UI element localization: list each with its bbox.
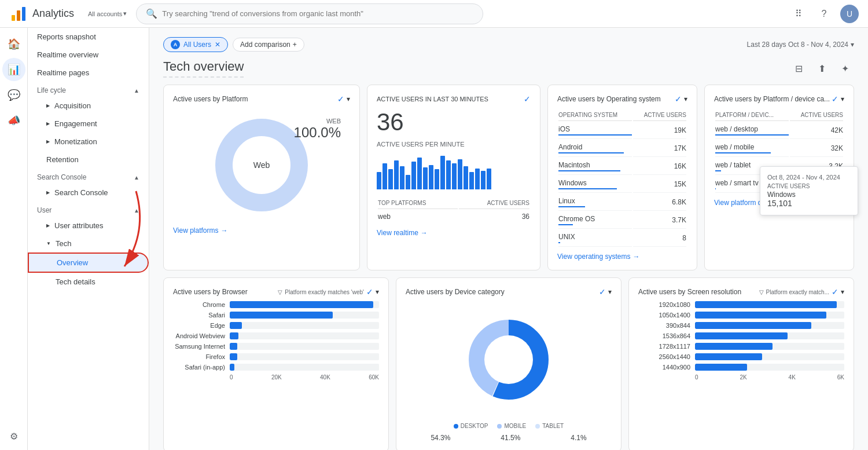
screen-title-text: Active users by Screen resolution (638, 288, 741, 296)
screen-2560-label: 2560x1440 (638, 353, 690, 360)
add-comparison-button[interactable]: Add comparison + (233, 38, 304, 52)
device-cat-dropdown-icon[interactable]: ▾ (608, 288, 612, 296)
mini-bar (423, 167, 428, 189)
sidebar-item-search-console[interactable]: ▶ Search Console (28, 184, 149, 202)
user-section-header[interactable]: User ▲ (28, 202, 149, 217)
os-macintosh-value: 16K (633, 158, 686, 175)
browser-card-title: Active users by Browser ▽ Platform exact… (173, 287, 379, 297)
sidebar-item-acquisition[interactable]: ▶ Acquisition (28, 97, 149, 115)
screen-card-actions: ▽ Platform exactly match... ✓ ▾ (759, 287, 844, 297)
help-icon[interactable]: ? (815, 5, 833, 23)
screen-1920-row: 1920x1080 (638, 301, 844, 308)
mini-bar (406, 175, 410, 189)
web-mobile-value: 32K (790, 140, 843, 157)
col-platform: PLATFORM / DEVIC... (715, 109, 789, 121)
realtime-check-icon: ✓ (524, 94, 531, 104)
browser-android-webview-fill (230, 332, 238, 339)
columns-icon[interactable]: ⊟ (789, 59, 808, 78)
browser-samsung-track (230, 343, 379, 350)
sidebar-item-tech[interactable]: ▼ Tech (28, 235, 149, 253)
sidebar-item-engagement[interactable]: ▶ Engagement (28, 115, 149, 133)
sidebar-item-monetization[interactable]: ▶ Monetization (28, 133, 149, 151)
search-bar[interactable]: 🔍 (136, 3, 483, 24)
screen-1536-row: 1536x864 (638, 332, 844, 339)
device-tooltip: Oct 8, 2024 - Nov 4, 2024 ACTIVE USERS W… (760, 166, 858, 215)
device-title-text: Active users by Platform / device ca... (714, 95, 830, 103)
view-realtime-link[interactable]: View realtime → (377, 229, 531, 237)
platform-title-text: Active users by Platform (173, 95, 248, 103)
date-range-selector[interactable]: Last 28 days Oct 8 - Nov 4, 2024 ▾ (747, 41, 854, 49)
rail-advertise-icon[interactable]: 📣 (2, 109, 25, 132)
sidebar-item-reports-snapshot[interactable]: Reports snapshot (28, 28, 149, 46)
os-row-windows: Windows 15K (558, 176, 686, 193)
sidebar-item-realtime-overview[interactable]: Realtime overview (28, 46, 149, 64)
os-linux-value: 6.8K (633, 194, 686, 211)
all-accounts-selector[interactable]: All accounts ▾ (88, 10, 127, 17)
platform-legend-label: WEB (294, 118, 341, 125)
lifecycle-section-header[interactable]: Life cycle ▲ (28, 82, 149, 97)
apps-icon[interactable]: ⠿ (789, 5, 808, 23)
screen-dropdown-icon[interactable]: ▾ (841, 288, 844, 296)
device-check-icon: ✓ (832, 94, 838, 104)
screen-1050-row: 1050x1400 (638, 312, 844, 319)
device-cat-card-actions: ✓ ▾ (599, 287, 612, 297)
view-os-arrow-icon: → (633, 253, 640, 261)
rail-home-icon[interactable]: 🏠 (2, 32, 25, 56)
os-card: Active users by Operating system ✓ ▾ OPE… (547, 85, 697, 270)
browser-dropdown-icon[interactable]: ▾ (376, 288, 379, 296)
search-input[interactable] (162, 9, 473, 18)
screen-1536-fill (695, 332, 788, 339)
device-card-actions: ✓ ▾ (832, 94, 844, 104)
browser-safari-inapp-fill (230, 364, 234, 371)
screen-1728-fill (695, 343, 773, 350)
device-cat-percentages: 54.3% 41.5% 4.1% (406, 434, 612, 442)
platform-dropdown-icon[interactable]: ▾ (347, 95, 350, 103)
search-icon: 🔍 (146, 8, 157, 19)
mini-bar (487, 169, 491, 189)
view-os-link[interactable]: View operating systems → (557, 253, 687, 261)
sidebar-item-retention[interactable]: Retention (28, 151, 149, 169)
view-platforms-link[interactable]: View platforms → (173, 226, 350, 235)
browser-card-actions: ▽ Platform exactly matches 'web' ✓ ▾ (278, 287, 379, 297)
mini-bar (446, 160, 451, 189)
realtime-card-actions: ✓ (524, 94, 531, 104)
browser-samsung-fill (230, 343, 237, 350)
topbar: Analytics All accounts ▾ 🔍 ⠿ ? U (0, 0, 868, 28)
top-cards-row: Active users by Platform ✓ ▾ Web WEB 100… (163, 85, 854, 270)
search-console-section-header[interactable]: Search Console ▲ (28, 169, 149, 184)
browser-chrome-track (230, 301, 379, 308)
app-logo[interactable]: Analytics (9, 5, 74, 23)
realtime-overview-label: Realtime overview (37, 50, 98, 59)
os-dropdown-icon[interactable]: ▾ (684, 95, 687, 103)
rail-explore-icon[interactable]: 💬 (2, 83, 25, 107)
mini-bar (435, 169, 439, 189)
share-icon[interactable]: ⬆ (812, 59, 831, 78)
chip-close-icon[interactable]: ✕ (215, 41, 220, 49)
os-chromeos-value: 3.7K (633, 212, 686, 229)
topbar-right: ⠿ ? U (789, 5, 859, 23)
settings-icon[interactable]: ⚙ (5, 427, 23, 445)
screen-chart: 1920x1080 1050x1400 390x844 (638, 301, 844, 381)
main-layout: 🏠 📊 💬 📣 ⚙ Reports snapshot Realtime over… (0, 28, 868, 450)
user-avatar[interactable]: U (840, 5, 859, 23)
browser-safari-track (230, 312, 379, 319)
device-dropdown-icon[interactable]: ▾ (841, 95, 844, 103)
sidebar-item-realtime-pages[interactable]: Realtime pages (28, 64, 149, 82)
bottom-cards-row: Active users by Browser ▽ Platform exact… (163, 277, 854, 450)
os-chromeos-label: Chrome OS (558, 212, 632, 229)
os-unix-value: 8 (633, 230, 686, 247)
all-users-chip[interactable]: A All Users ✕ (163, 37, 228, 52)
screen-axis: 02K4K6K (638, 374, 844, 381)
insights-icon[interactable]: ✦ (836, 59, 854, 78)
sidebar-item-user-attributes[interactable]: ▶ User attributes (28, 217, 149, 235)
filter-row: A All Users ✕ Add comparison + Last 28 d… (163, 37, 854, 52)
screen-1050-label: 1050x1400 (638, 312, 690, 319)
rail-reports-icon[interactable]: 📊 (2, 58, 25, 81)
sidebar-item-overview[interactable]: Overview (28, 253, 149, 273)
sidebar-item-tech-details[interactable]: Tech details (28, 273, 149, 291)
add-icon: + (293, 41, 297, 49)
browser-card: Active users by Browser ▽ Platform exact… (163, 277, 389, 450)
svg-rect-0 (12, 15, 15, 21)
os-title-text: Active users by Operating system (557, 95, 661, 103)
device-cat-card: Active users by Device category ✓ ▾ (396, 277, 621, 450)
